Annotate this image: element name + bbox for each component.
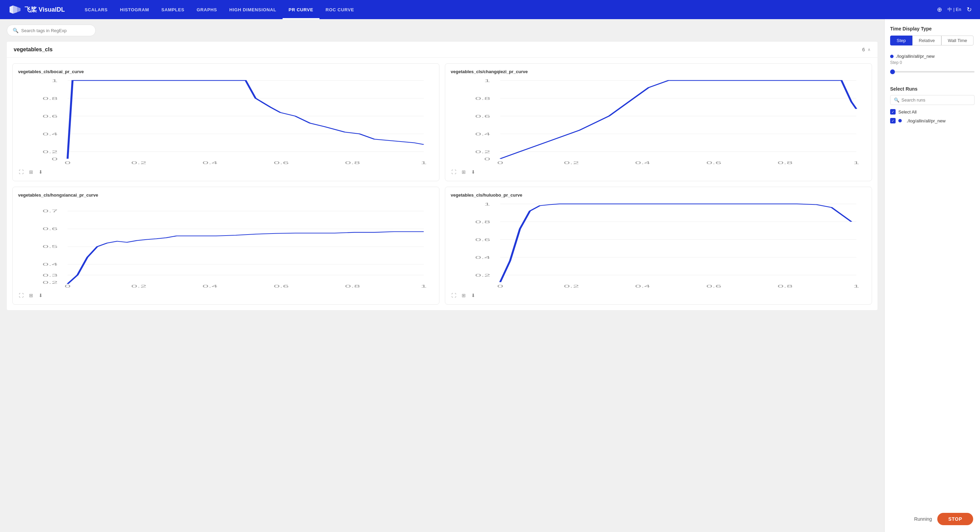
download-icon[interactable]: ⬇ xyxy=(471,169,476,175)
svg-text:0.2: 0.2 xyxy=(475,150,490,154)
svg-text:0.2: 0.2 xyxy=(131,284,146,288)
run-label-text: ./log/allin/all/pr_new xyxy=(907,118,945,123)
logo[interactable]: 飞桨 VisualDL xyxy=(8,4,65,15)
running-label: Running xyxy=(914,516,932,522)
run-path-label: ./log/allin/all/pr_new xyxy=(890,54,975,59)
chart-area-hongxiancai: 0.7 0.6 0.5 0.4 0.3 0.2 0 0.2 0.4 0.6 0.… xyxy=(18,200,434,289)
svg-text:0.8: 0.8 xyxy=(777,284,792,288)
search-runs-bar[interactable]: 🔍 xyxy=(890,95,975,105)
select-runs-title: Select Runs xyxy=(890,86,975,92)
svg-text:0.6: 0.6 xyxy=(274,284,289,288)
nav-pr-curve[interactable]: PR CURVE xyxy=(283,0,320,19)
grid-icon[interactable]: ⊞ xyxy=(29,169,34,175)
page-layout: 🔍 vegetables_cls 6 ∧ vegetables_cls/boca… xyxy=(0,19,980,532)
chart-icons-changqiezi: ⛶ ⊞ ⬇ xyxy=(451,169,866,175)
chart-hongxiancai: vegetables_cls/hongxiancai_pr_curve 0.7 … xyxy=(12,187,439,305)
svg-text:0.8: 0.8 xyxy=(475,220,490,224)
time-btn-step[interactable]: Step xyxy=(890,35,912,45)
svg-text:1: 1 xyxy=(484,202,490,206)
globe-icon[interactable]: ⊕ xyxy=(937,6,942,13)
svg-text:0.8: 0.8 xyxy=(43,96,58,100)
svg-text:0.4: 0.4 xyxy=(203,160,218,165)
svg-text:0.5: 0.5 xyxy=(43,244,58,249)
svg-text:0: 0 xyxy=(484,157,490,161)
svg-text:1: 1 xyxy=(421,284,427,288)
sidebar: Time Display Type Step Relative Wall Tim… xyxy=(885,19,980,532)
svg-text:0.8: 0.8 xyxy=(345,160,360,165)
expand-icon[interactable]: ⛶ xyxy=(18,169,24,175)
svg-text:1: 1 xyxy=(421,160,427,165)
main-content: 🔍 vegetables_cls 6 ∧ vegetables_cls/boca… xyxy=(0,19,885,532)
tag-search-bar[interactable]: 🔍 xyxy=(7,25,95,36)
language-switch[interactable]: 中 | En xyxy=(948,6,961,13)
svg-text:0.2: 0.2 xyxy=(564,284,579,288)
download-icon[interactable]: ⬇ xyxy=(471,292,476,299)
select-all-row[interactable]: Select All xyxy=(890,109,975,115)
group-title: vegetables_cls xyxy=(14,46,52,53)
header-right: ⊕ 中 | En ↻ xyxy=(937,6,972,13)
nav-roc-curve[interactable]: ROC CURVE xyxy=(320,0,361,19)
charts-grid: vegetables_cls/bocai_pr_curve 1 0.8 0.6 … xyxy=(7,58,878,310)
chart-area-changqiezi: 1 0.8 0.6 0.4 0.2 0 0 0.2 0.4 0.6 0.8 1 xyxy=(451,77,866,166)
svg-text:0.6: 0.6 xyxy=(274,160,289,165)
select-all-label: Select All xyxy=(898,110,916,115)
svg-text:0.4: 0.4 xyxy=(635,284,650,288)
svg-text:0.2: 0.2 xyxy=(43,150,58,154)
svg-text:0.2: 0.2 xyxy=(475,273,490,277)
svg-text:0.4: 0.4 xyxy=(43,262,58,267)
chevron-up-icon[interactable]: ∧ xyxy=(867,47,871,52)
download-icon[interactable]: ⬇ xyxy=(38,292,43,299)
svg-text:1: 1 xyxy=(853,284,859,288)
nav-scalars[interactable]: SCALARS xyxy=(79,0,114,19)
search-input[interactable] xyxy=(21,28,90,33)
nav-histogram[interactable]: HISTOGRAM xyxy=(114,0,155,19)
svg-text:0.6: 0.6 xyxy=(706,284,721,288)
expand-icon[interactable]: ⛶ xyxy=(18,292,24,299)
svg-text:0.2: 0.2 xyxy=(131,160,146,165)
time-btn-relative[interactable]: Relative xyxy=(912,35,942,45)
svg-text:0.6: 0.6 xyxy=(475,237,490,242)
svg-text:0.4: 0.4 xyxy=(43,132,58,136)
svg-text:0.6: 0.6 xyxy=(43,114,58,118)
svg-text:1: 1 xyxy=(52,78,58,83)
group-count: 6 ∧ xyxy=(862,47,871,52)
svg-text:0.8: 0.8 xyxy=(345,284,360,288)
step-slider[interactable] xyxy=(890,71,975,72)
svg-text:0.8: 0.8 xyxy=(777,160,792,165)
main-nav: SCALARS HISTOGRAM SAMPLES GRAPHS HIGH DI… xyxy=(79,0,937,19)
run-dot-indicator xyxy=(890,55,894,58)
svg-text:1: 1 xyxy=(853,160,859,165)
nav-high-dimensional[interactable]: HIGH DIMENSIONAL xyxy=(223,0,283,19)
svg-text:0.2: 0.2 xyxy=(43,280,58,285)
time-display-buttons: Step Relative Wall Time xyxy=(890,35,975,45)
svg-text:0.6: 0.6 xyxy=(43,227,58,231)
grid-icon[interactable]: ⊞ xyxy=(461,169,466,175)
chart-title-hongxiancai: vegetables_cls/hongxiancai_pr_curve xyxy=(18,193,434,198)
chart-changqiezi: vegetables_cls/changqiezi_pr_curve 1 0.8… xyxy=(445,63,872,181)
expand-icon[interactable]: ⛶ xyxy=(451,292,457,299)
step-label: Step 0 xyxy=(890,60,975,65)
grid-icon[interactable]: ⊞ xyxy=(29,292,34,299)
select-all-checkbox[interactable] xyxy=(890,109,896,115)
nav-samples[interactable]: SAMPLES xyxy=(155,0,190,19)
svg-text:0.3: 0.3 xyxy=(43,273,58,277)
expand-icon[interactable]: ⛶ xyxy=(451,169,457,175)
run-row[interactable]: ./log/allin/all/pr_new xyxy=(890,118,975,123)
nav-graphs[interactable]: GRAPHS xyxy=(191,0,223,19)
svg-text:0: 0 xyxy=(65,284,71,288)
time-btn-wall-time[interactable]: Wall Time xyxy=(942,35,974,45)
search-runs-input[interactable] xyxy=(901,97,971,103)
header: 飞桨 VisualDL SCALARS HISTOGRAM SAMPLES GR… xyxy=(0,0,980,19)
chart-icons-bocai: ⛶ ⊞ ⬇ xyxy=(18,169,434,175)
download-icon[interactable]: ⬇ xyxy=(38,169,43,175)
svg-text:1: 1 xyxy=(484,78,490,83)
search-runs-icon: 🔍 xyxy=(894,97,899,103)
grid-icon[interactable]: ⊞ xyxy=(461,292,466,299)
stop-button[interactable]: STOP xyxy=(937,513,973,525)
svg-text:0: 0 xyxy=(65,160,71,165)
refresh-icon[interactable]: ↻ xyxy=(967,6,972,13)
svg-text:0.4: 0.4 xyxy=(635,160,650,165)
run-checkbox[interactable] xyxy=(890,118,896,123)
svg-text:0: 0 xyxy=(497,160,503,165)
svg-text:0.7: 0.7 xyxy=(43,209,58,213)
